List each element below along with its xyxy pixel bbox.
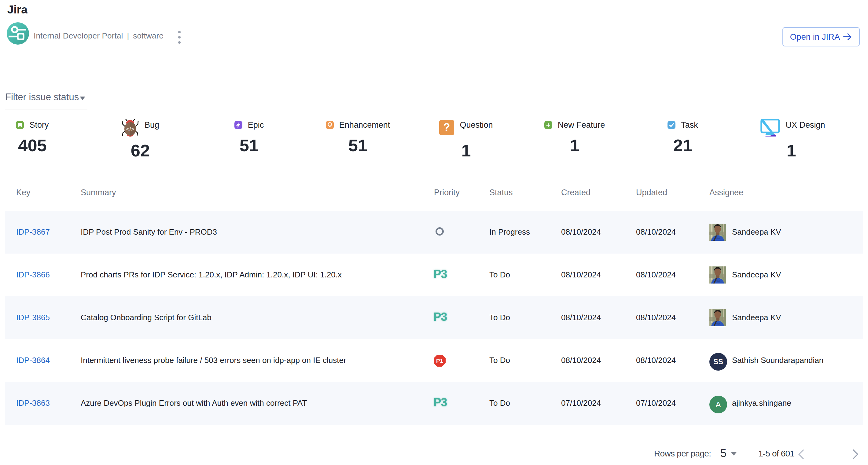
svg-text:</>: </> <box>126 126 134 132</box>
svg-text:?: ? <box>443 121 450 134</box>
svg-text:P1: P1 <box>436 358 443 364</box>
